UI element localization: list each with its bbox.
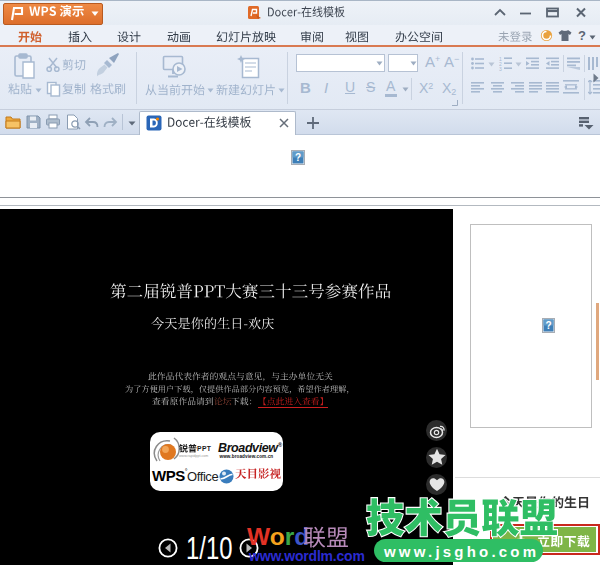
svg-text:?: ? [295,152,301,163]
svg-text:?: ? [545,320,551,331]
svg-text:3: 3 [499,66,502,72]
